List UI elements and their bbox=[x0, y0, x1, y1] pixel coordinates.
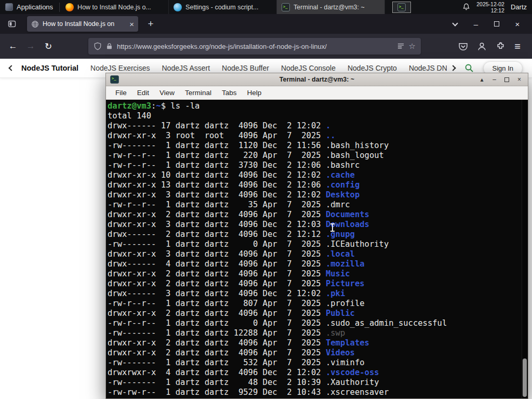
browser-tab-active[interactable]: How to Install Node.js on × bbox=[27, 16, 138, 32]
file-name: Videos bbox=[326, 348, 355, 357]
site-nav-link[interactable]: NodeJS Console bbox=[281, 64, 336, 72]
file-meta: drwxr-xr-x 2 dartz dartz 4096 Apr 7 2025 bbox=[108, 210, 326, 219]
panel-status-area: 2025-12-02 12:12 Dartz bbox=[462, 1, 532, 14]
window-close-button[interactable]: × bbox=[509, 17, 526, 31]
account-icon[interactable] bbox=[477, 42, 487, 51]
terminal-title-bar[interactable]: >_ Terminal - dartz@vm3: ~ ▴ – × bbox=[106, 73, 528, 86]
terminal-scrollbar-thumb[interactable] bbox=[523, 358, 527, 397]
menu-hamburger-icon[interactable]: ≡ bbox=[514, 41, 521, 52]
terminal-output-line: -rw------- 1 dartz dartz 1120 Dec 2 11:5… bbox=[108, 141, 521, 151]
terminal-minimize-button[interactable]: – bbox=[490, 75, 499, 84]
terminal-prompt-line: dartz@vm3:~$ ls -la bbox=[108, 101, 521, 111]
taskbar-window-button[interactable]: How to Install Node.js o... bbox=[61, 0, 169, 14]
file-meta: -rw-rw-r-- 1 dartz dartz 9529 Dec 2 10:4… bbox=[108, 388, 326, 397]
terminal-output-line: drwx------ 4 dartz dartz 4096 Apr 7 2025… bbox=[108, 259, 521, 269]
taskbar-window-button[interactable]: Settings - codium script... bbox=[169, 0, 277, 14]
firefox-view-icon bbox=[8, 20, 16, 28]
terminal-close-button[interactable]: × bbox=[515, 75, 524, 84]
terminal-output-line: drwxr-xr-x 2 dartz dartz 4096 Apr 7 2025… bbox=[108, 269, 521, 279]
search-icon[interactable] bbox=[464, 63, 474, 73]
maximize-icon bbox=[494, 21, 499, 26]
prompt-colon: : bbox=[151, 101, 156, 111]
terminal-output-line: -rw------- 1 dartz dartz 48 Dec 2 10:39 … bbox=[108, 378, 521, 388]
file-name: Documents bbox=[326, 210, 369, 219]
terminal-output-line: drwx------ 2 dartz dartz 4096 Dec 2 12:1… bbox=[108, 230, 521, 240]
file-name: .bash_history bbox=[326, 141, 389, 150]
file-meta: drwx------ 17 dartz dartz 4096 Dec 2 12:… bbox=[108, 121, 326, 130]
pocket-save-icon[interactable] bbox=[458, 42, 468, 51]
terminal-maximize-button[interactable] bbox=[502, 75, 511, 84]
file-name: Desktop bbox=[326, 190, 360, 200]
terminal-output-line: -rw-r--r-- 1 dartz dartz 35 Apr 7 2025 .… bbox=[108, 200, 521, 210]
site-nav-link[interactable]: NodeJS Exercises bbox=[90, 64, 150, 72]
terminal-output-line: -rw------- 1 dartz dartz 0 Apr 7 2025 .I… bbox=[108, 240, 521, 249]
terminal-output-line: drwxr-xr-x 3 root root 4096 Apr 7 2025 .… bbox=[108, 131, 521, 141]
task-window-title: Settings - codium script... bbox=[185, 4, 258, 11]
site-nav-link[interactable]: NodeJS Tutorial bbox=[21, 64, 78, 72]
extensions-icon[interactable] bbox=[496, 42, 506, 51]
prompt-path: ~ bbox=[156, 101, 161, 111]
file-name: .local bbox=[326, 249, 355, 259]
terminal-output-line: -rw-r--r-- 1 dartz dartz 0 Apr 7 2025 .s… bbox=[108, 318, 521, 328]
terminal-window-title: Terminal - dartz@vm3: ~ bbox=[106, 76, 528, 83]
applications-menu-button[interactable]: Applications bbox=[0, 0, 58, 14]
file-meta: drwx------ 3 dartz dartz 4096 Dec 2 12:0… bbox=[108, 289, 326, 298]
task-window-icon bbox=[282, 3, 290, 11]
site-nav-link[interactable]: NodeJS Assert bbox=[162, 64, 210, 72]
tab-close-button[interactable]: × bbox=[129, 20, 134, 28]
terminal-menu-item[interactable]: Help bbox=[242, 89, 267, 97]
terminal-menu-item[interactable]: Edit bbox=[132, 89, 154, 97]
terminal-menu-item[interactable]: File bbox=[110, 89, 132, 97]
file-meta: drwxr-xr-x 3 root root 4096 Apr 7 2025 bbox=[108, 131, 326, 140]
terminal-output-line: -rw------- 1 dartz dartz 532 Apr 7 2025 … bbox=[108, 358, 521, 368]
file-meta: drwxr-xr-x 2 dartz dartz 4096 Apr 7 2025 bbox=[108, 269, 326, 278]
bookmark-star-icon[interactable]: ☆ bbox=[409, 42, 416, 51]
terminal-menu-item[interactable]: View bbox=[154, 89, 180, 97]
forward-button[interactable]: → bbox=[23, 38, 38, 54]
terminal-app-icon: >_ bbox=[110, 75, 119, 84]
desktop: Applications How to Install Node.js o...… bbox=[0, 0, 532, 399]
reload-button[interactable]: ↻ bbox=[41, 38, 56, 54]
terminal-menu-item[interactable]: Tabs bbox=[217, 89, 242, 97]
nav-scroll-right-icon[interactable] bbox=[450, 65, 456, 71]
tab-title-fade bbox=[113, 16, 127, 32]
globe-icon bbox=[31, 20, 39, 28]
panel-user-menu[interactable]: Dartz bbox=[511, 3, 527, 11]
terminal-shade-button[interactable]: ▴ bbox=[477, 75, 486, 84]
terminal-window: >_ Terminal - dartz@vm3: ~ ▴ – × File Ed… bbox=[105, 73, 528, 399]
list-all-tabs-button[interactable] bbox=[447, 17, 463, 31]
file-name: .sudo_as_admin_successful bbox=[326, 318, 447, 328]
terminal-scrollbar[interactable] bbox=[522, 100, 528, 398]
file-meta: drwxr-xr-x 13 dartz dartz 4096 Dec 2 12:… bbox=[108, 180, 326, 190]
file-name: .pki bbox=[326, 289, 345, 298]
back-button[interactable]: ← bbox=[5, 38, 21, 54]
window-task-list: How to Install Node.js o... Settings - c… bbox=[61, 0, 385, 14]
terminal-output-area[interactable]: dartz@vm3:~$ ls -la total 140 drwx------… bbox=[106, 100, 528, 398]
panel-clock[interactable]: 2025-12-02 12:12 bbox=[476, 1, 504, 14]
reader-mode-icon[interactable] bbox=[397, 43, 405, 50]
file-meta: -rw-r--r-- 1 dartz dartz 220 Apr 7 2025 bbox=[108, 151, 326, 160]
address-bar[interactable]: https://www.geeksforgeeks.org/node-js/in… bbox=[88, 38, 421, 55]
task-window-title: Terminal - dartz@vm3: ~ bbox=[294, 4, 365, 11]
terminal-file-listing: drwx------ 17 dartz dartz 4096 Dec 2 12:… bbox=[108, 121, 521, 397]
applications-label: Applications bbox=[17, 3, 53, 11]
terminal-menu-item[interactable]: Terminal bbox=[180, 89, 217, 97]
site-nav-link[interactable]: NodeJS DNS bbox=[409, 64, 447, 72]
new-tab-button[interactable]: + bbox=[143, 17, 158, 31]
terminal-output-line: -rw-r--r-- 1 dartz dartz 807 Apr 7 2025 … bbox=[108, 299, 521, 309]
site-nav-link[interactable]: NodeJS Buffer bbox=[222, 64, 269, 72]
window-maximize-button[interactable] bbox=[488, 17, 505, 31]
nav-scroll-left-icon[interactable] bbox=[8, 65, 14, 71]
site-nav-link[interactable]: NodeJS Crypto bbox=[348, 64, 397, 72]
window-minimize-button[interactable]: – bbox=[468, 17, 484, 31]
browser-tab-bar: How to Install Node.js on × + – × bbox=[0, 14, 532, 34]
file-name: Templates bbox=[326, 338, 369, 348]
tray-terminal-button[interactable] bbox=[392, 2, 411, 13]
toolbar-right-icons: ≡ bbox=[458, 41, 527, 52]
file-name: Music bbox=[326, 269, 350, 278]
taskbar-window-button[interactable]: Terminal - dartz@vm3: ~ bbox=[277, 0, 385, 14]
lock-icon[interactable] bbox=[106, 43, 113, 50]
notification-bell-icon[interactable] bbox=[462, 3, 470, 11]
tracking-shield-icon[interactable] bbox=[94, 42, 102, 50]
firefox-view-button[interactable] bbox=[4, 17, 20, 31]
